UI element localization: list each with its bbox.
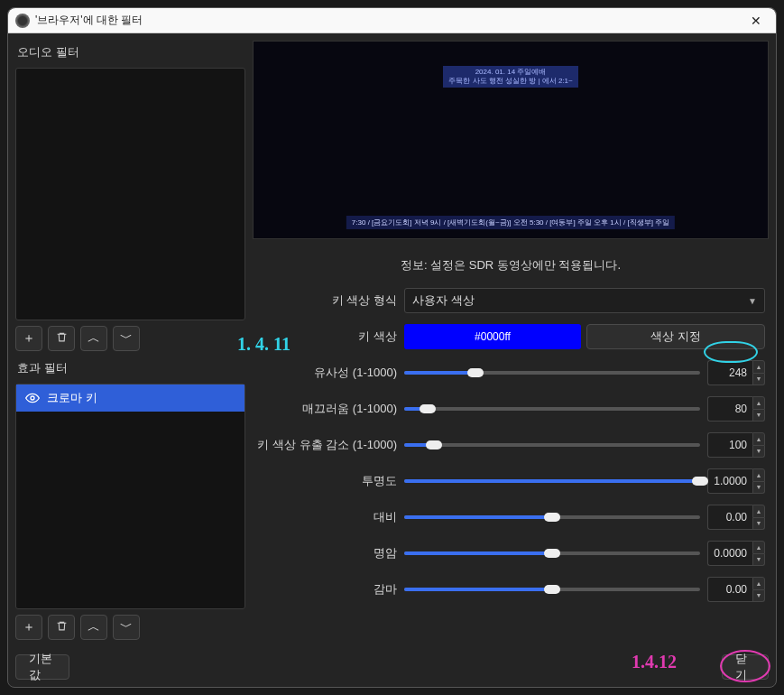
slider-row: 매끄러움 (1-1000) 80 ▲ ▼ xyxy=(253,396,765,422)
preview-pane: 2024. 01. 14 주일예배 주목한 사도 행전 성실한 방 | 에서 2… xyxy=(253,41,769,239)
spin-up-icon[interactable]: ▲ xyxy=(752,468,765,482)
slider-row: 감마 0.00 ▲ ▼ xyxy=(253,577,765,602)
slider-row: 명암 0.0000 ▲ ▼ xyxy=(253,541,765,566)
slider-row: 투명도 1.0000 ▲ ▼ xyxy=(253,468,765,494)
color-swatch[interactable]: #0000ff xyxy=(404,324,581,349)
chevron-down-icon: ▼ xyxy=(748,296,757,306)
svg-point-0 xyxy=(31,396,34,400)
slider-track[interactable] xyxy=(404,400,700,418)
slider-value: 100 xyxy=(707,432,752,458)
banner-line2: 주목한 사도 행전 성실한 방 | 에서 2:1~ xyxy=(448,77,572,86)
chevron-down-icon: ﹀ xyxy=(120,330,133,347)
key-color-row: 키 색상 #0000ff 색상 지정 xyxy=(253,324,765,349)
left-column: 오디오 필터 ＋ ︿ ﹀ 효과 필터 크로마 키 ＋ ︿ xyxy=(15,41,245,640)
spin-down-icon[interactable]: ▼ xyxy=(752,554,765,567)
effect-tool-row: ＋ ︿ ﹀ xyxy=(15,615,245,640)
slider-row: 대비 0.00 ▲ ▼ xyxy=(253,505,765,530)
slider-row: 유사성 (1-1000) 248 ▲ ▼ xyxy=(253,360,765,385)
pick-color-button[interactable]: 색상 지정 xyxy=(586,324,765,349)
slider-track[interactable] xyxy=(404,472,700,490)
slider-label: 키 색상 유출 감소 (1-1000) xyxy=(253,437,397,453)
slider-track[interactable] xyxy=(404,508,700,526)
close-icon[interactable]: ✕ xyxy=(743,12,769,30)
slider-label: 명암 xyxy=(253,545,397,561)
slider-value: 248 xyxy=(707,360,752,385)
slider-spinbox[interactable]: 248 ▲ ▼ xyxy=(707,360,765,385)
spin-up-icon[interactable]: ▲ xyxy=(752,505,765,518)
preview-banner: 2024. 01. 14 주일예배 주목한 사도 행전 성실한 방 | 에서 2… xyxy=(443,66,577,88)
slider-spinbox[interactable]: 0.00 ▲ ▼ xyxy=(707,577,765,602)
add-audio-filter-button[interactable]: ＋ xyxy=(15,326,42,351)
info-text: 정보: 설정은 SDR 동영상에만 적용됩니다. xyxy=(253,246,769,281)
slider-spinbox[interactable]: 0.00 ▲ ▼ xyxy=(707,505,765,530)
slider-spinbox[interactable]: 100 ▲ ▼ xyxy=(707,432,765,458)
eye-icon xyxy=(25,391,40,405)
chevron-up-icon: ︿ xyxy=(88,330,100,347)
move-effect-up-button[interactable]: ︿ xyxy=(80,615,107,640)
audio-filters-label: 오디오 필터 xyxy=(15,41,245,62)
spin-down-icon[interactable]: ▼ xyxy=(752,374,765,386)
slider-label: 대비 xyxy=(253,509,397,525)
slider-track[interactable] xyxy=(404,580,700,598)
plus-icon: ＋ xyxy=(23,619,35,635)
slider-value: 0.00 xyxy=(707,505,752,530)
slider-label: 투명도 xyxy=(253,473,397,489)
spin-up-icon[interactable]: ▲ xyxy=(752,396,765,410)
spin-up-icon[interactable]: ▲ xyxy=(752,541,765,554)
spin-down-icon[interactable]: ▼ xyxy=(752,482,765,495)
slider-value: 0.00 xyxy=(707,577,752,602)
key-color-type-select[interactable]: 사용자 색상 ▼ xyxy=(404,288,765,313)
plus-icon: ＋ xyxy=(23,330,35,347)
remove-audio-filter-button[interactable] xyxy=(48,326,75,351)
spin-down-icon[interactable]: ▼ xyxy=(752,590,765,603)
spin-down-icon[interactable]: ▼ xyxy=(752,446,765,459)
spin-down-icon[interactable]: ▼ xyxy=(752,518,765,531)
slider-label: 유사성 (1-1000) xyxy=(253,365,397,381)
trash-icon xyxy=(56,620,68,635)
right-column: 2024. 01. 14 주일예배 주목한 사도 행전 성실한 방 | 에서 2… xyxy=(253,41,769,640)
move-audio-down-button[interactable]: ﹀ xyxy=(113,326,140,351)
preview-ticker: 7:30 / [금요기도회] 저녁 9시 / [새벽기도회(월~금)] 오전 5… xyxy=(346,216,675,229)
filter-item-label: 크로마 키 xyxy=(47,390,97,406)
slider-track[interactable] xyxy=(404,436,700,454)
slider-row: 키 색상 유출 감소 (1-1000) 100 ▲ ▼ xyxy=(253,432,765,458)
slider-label: 감마 xyxy=(253,581,397,598)
select-value: 사용자 색상 xyxy=(412,292,475,309)
slider-value: 80 xyxy=(707,396,752,422)
filter-dialog: '브라우저'에 대한 필터 ✕ 오디오 필터 ＋ ︿ ﹀ 효과 필터 크로마 키 xyxy=(7,7,777,688)
trash-icon xyxy=(56,331,68,346)
key-color-type-label: 키 색상 형식 xyxy=(253,292,397,309)
defaults-button[interactable]: 기본값 xyxy=(15,654,69,680)
dialog-footer: 기본값 닫기 xyxy=(8,647,776,687)
chevron-up-icon: ︿ xyxy=(88,619,100,635)
titlebar: '브라우저'에 대한 필터 ✕ xyxy=(8,8,776,33)
slider-label: 매끄러움 (1-1000) xyxy=(253,401,397,417)
slider-spinbox[interactable]: 0.0000 ▲ ▼ xyxy=(707,541,765,566)
close-button[interactable]: 닫기 xyxy=(722,654,769,680)
settings-form: 키 색상 형식 사용자 색상 ▼ 키 색상 #0000ff 색상 지정 유사성 … xyxy=(253,288,769,613)
add-effect-filter-button[interactable]: ＋ xyxy=(15,615,42,640)
banner-line1: 2024. 01. 14 주일예배 xyxy=(448,68,572,77)
audio-filter-list[interactable] xyxy=(15,68,245,320)
effect-filters-label: 효과 필터 xyxy=(15,357,245,378)
slider-track[interactable] xyxy=(404,544,700,562)
slider-value: 0.0000 xyxy=(707,541,752,566)
slider-track[interactable] xyxy=(404,364,700,382)
spin-up-icon[interactable]: ▲ xyxy=(752,432,765,446)
effect-filter-list[interactable]: 크로마 키 xyxy=(15,384,245,609)
move-audio-up-button[interactable]: ︿ xyxy=(80,326,107,351)
remove-effect-filter-button[interactable] xyxy=(48,615,75,640)
slider-spinbox[interactable]: 1.0000 ▲ ▼ xyxy=(707,468,765,494)
slider-spinbox[interactable]: 80 ▲ ▼ xyxy=(707,396,765,422)
audio-tool-row: ＋ ︿ ﹀ xyxy=(15,326,245,351)
key-color-label: 키 색상 xyxy=(253,329,397,345)
spin-down-icon[interactable]: ▼ xyxy=(752,410,765,422)
slider-value: 1.0000 xyxy=(707,468,752,494)
window-title: '브라우저'에 대한 필터 xyxy=(35,13,743,28)
spin-up-icon[interactable]: ▲ xyxy=(752,577,765,590)
chevron-down-icon: ﹀ xyxy=(120,619,133,635)
app-icon xyxy=(15,14,30,28)
filter-item-chroma-key[interactable]: 크로마 키 xyxy=(16,385,244,412)
spin-up-icon[interactable]: ▲ xyxy=(752,360,765,374)
move-effect-down-button[interactable]: ﹀ xyxy=(113,615,140,640)
